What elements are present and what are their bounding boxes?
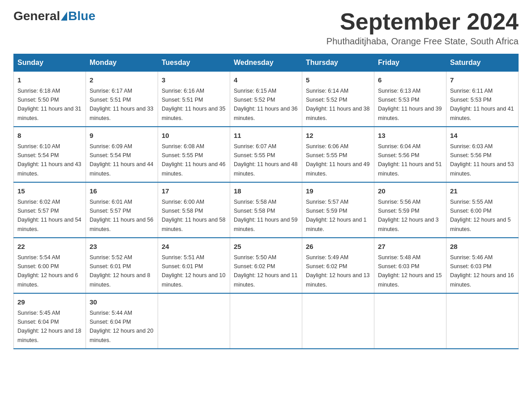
day-number: 12 [306,131,370,141]
logo-blue-text: Blue [68,9,95,23]
table-row: 14 Sunrise: 6:03 AMSunset: 5:56 PMDaylig… [446,127,519,182]
day-number: 24 [162,242,226,252]
day-number: 30 [90,297,154,308]
day-number: 9 [90,131,154,141]
day-info: Sunrise: 6:03 AMSunset: 5:56 PMDaylight:… [450,143,514,177]
day-number: 2 [90,75,154,86]
calendar-week-row: 15 Sunrise: 6:02 AMSunset: 5:57 PMDaylig… [14,182,519,238]
day-info: Sunrise: 6:08 AMSunset: 5:55 PMDaylight:… [162,143,225,177]
day-info: Sunrise: 6:09 AMSunset: 5:54 PMDaylight:… [90,143,153,177]
calendar-table: Sunday Monday Tuesday Wednesday Thursday… [13,54,519,349]
table-row: 5 Sunrise: 6:14 AMSunset: 5:52 PMDayligh… [302,72,374,127]
table-row: 3 Sunrise: 6:16 AMSunset: 5:51 PMDayligh… [158,72,230,127]
day-number: 13 [378,131,442,141]
table-row: 8 Sunrise: 6:10 AMSunset: 5:54 PMDayligh… [14,127,86,182]
header-sunday: Sunday [14,54,86,72]
day-info: Sunrise: 5:58 AMSunset: 5:58 PMDaylight:… [234,199,297,232]
table-row: 29 Sunrise: 5:45 AMSunset: 6:04 PMDaylig… [14,293,86,349]
table-row: 21 Sunrise: 5:55 AMSunset: 6:00 PMDaylig… [446,182,519,238]
day-number: 3 [162,75,226,86]
table-row: 11 Sunrise: 6:07 AMSunset: 5:55 PMDaylig… [230,127,302,182]
month-title: September 2024 [326,9,519,34]
table-row: 28 Sunrise: 5:46 AMSunset: 6:03 PMDaylig… [446,238,519,293]
day-info: Sunrise: 6:10 AMSunset: 5:54 PMDaylight:… [17,143,81,177]
day-info: Sunrise: 6:11 AMSunset: 5:53 PMDaylight:… [450,88,514,121]
day-info: Sunrise: 5:57 AMSunset: 5:59 PMDaylight:… [306,199,367,232]
calendar-header: Sunday Monday Tuesday Wednesday Thursday… [14,54,519,72]
table-row: 6 Sunrise: 6:13 AMSunset: 5:53 PMDayligh… [374,72,446,127]
header-saturday: Saturday [446,54,519,72]
logo-general-text: General [13,9,60,23]
day-info: Sunrise: 6:02 AMSunset: 5:57 PMDaylight:… [17,199,81,232]
table-row: 24 Sunrise: 5:51 AMSunset: 6:01 PMDaylig… [158,238,230,293]
day-info: Sunrise: 6:07 AMSunset: 5:55 PMDaylight:… [234,143,297,177]
header-wednesday: Wednesday [230,54,302,72]
day-info: Sunrise: 5:54 AMSunset: 6:00 PMDaylight:… [17,254,78,288]
day-number: 11 [234,131,298,141]
table-row: 30 Sunrise: 5:44 AMSunset: 6:04 PMDaylig… [86,293,158,349]
calendar-week-row: 29 Sunrise: 5:45 AMSunset: 6:04 PMDaylig… [14,293,519,349]
day-info: Sunrise: 6:18 AMSunset: 5:50 PMDaylight:… [17,88,81,121]
page-header: General Blue September 2024 Phuthaditjha… [13,9,519,47]
table-row: 26 Sunrise: 5:49 AMSunset: 6:02 PMDaylig… [302,238,374,293]
calendar-body: 1 Sunrise: 6:18 AMSunset: 5:50 PMDayligh… [14,72,519,349]
header-monday: Monday [86,54,158,72]
table-row [158,293,230,349]
table-row: 17 Sunrise: 6:00 AMSunset: 5:58 PMDaylig… [158,182,230,238]
day-number: 8 [17,131,82,141]
day-number: 23 [90,242,154,252]
header-row: Sunday Monday Tuesday Wednesday Thursday… [14,54,519,72]
day-number: 1 [17,75,82,86]
day-info: Sunrise: 6:17 AMSunset: 5:51 PMDaylight:… [90,88,153,121]
day-number: 26 [306,242,370,252]
table-row: 20 Sunrise: 5:56 AMSunset: 5:59 PMDaylig… [374,182,446,238]
calendar-week-row: 1 Sunrise: 6:18 AMSunset: 5:50 PMDayligh… [14,72,519,127]
day-number: 18 [234,186,298,197]
table-row [302,293,374,349]
day-info: Sunrise: 5:50 AMSunset: 6:02 PMDaylight:… [234,254,297,288]
calendar-week-row: 8 Sunrise: 6:10 AMSunset: 5:54 PMDayligh… [14,127,519,182]
table-row: 7 Sunrise: 6:11 AMSunset: 5:53 PMDayligh… [446,72,519,127]
day-info: Sunrise: 6:15 AMSunset: 5:52 PMDaylight:… [234,88,297,121]
day-number: 4 [234,75,298,86]
day-info: Sunrise: 6:16 AMSunset: 5:51 PMDaylight:… [162,88,225,121]
day-number: 14 [450,131,515,141]
table-row: 22 Sunrise: 5:54 AMSunset: 6:00 PMDaylig… [14,238,86,293]
table-row: 23 Sunrise: 5:52 AMSunset: 6:01 PMDaylig… [86,238,158,293]
day-number: 29 [17,297,82,308]
day-number: 6 [378,75,442,86]
day-info: Sunrise: 5:52 AMSunset: 6:01 PMDaylight:… [90,254,150,288]
location-subtitle: Phuthaditjhaba, Orange Free State, South… [326,36,519,47]
logo-triangle-icon [61,12,67,21]
table-row: 12 Sunrise: 6:06 AMSunset: 5:55 PMDaylig… [302,127,374,182]
calendar-week-row: 22 Sunrise: 5:54 AMSunset: 6:00 PMDaylig… [14,238,519,293]
logo: General Blue [13,9,95,23]
day-info: Sunrise: 5:48 AMSunset: 6:03 PMDaylight:… [378,254,442,288]
table-row: 4 Sunrise: 6:15 AMSunset: 5:52 PMDayligh… [230,72,302,127]
header-thursday: Thursday [302,54,374,72]
table-row: 25 Sunrise: 5:50 AMSunset: 6:02 PMDaylig… [230,238,302,293]
day-number: 27 [378,242,442,252]
table-row: 10 Sunrise: 6:08 AMSunset: 5:55 PMDaylig… [158,127,230,182]
day-number: 16 [90,186,154,197]
day-info: Sunrise: 6:01 AMSunset: 5:57 PMDaylight:… [90,199,153,232]
table-row [446,293,519,349]
day-number: 10 [162,131,226,141]
day-info: Sunrise: 5:49 AMSunset: 6:02 PMDaylight:… [306,254,369,288]
day-info: Sunrise: 6:06 AMSunset: 5:55 PMDaylight:… [306,143,369,177]
day-number: 19 [306,186,370,197]
table-row: 19 Sunrise: 5:57 AMSunset: 5:59 PMDaylig… [302,182,374,238]
table-row: 27 Sunrise: 5:48 AMSunset: 6:03 PMDaylig… [374,238,446,293]
day-number: 25 [234,242,298,252]
day-info: Sunrise: 6:00 AMSunset: 5:58 PMDaylight:… [162,199,225,232]
day-info: Sunrise: 6:14 AMSunset: 5:52 PMDaylight:… [306,88,369,121]
table-row: 18 Sunrise: 5:58 AMSunset: 5:58 PMDaylig… [230,182,302,238]
day-info: Sunrise: 5:55 AMSunset: 6:00 PMDaylight:… [450,199,511,232]
day-number: 22 [17,242,82,252]
table-row [374,293,446,349]
title-section: September 2024 Phuthaditjhaba, Orange Fr… [326,9,519,47]
table-row: 9 Sunrise: 6:09 AMSunset: 5:54 PMDayligh… [86,127,158,182]
table-row: 1 Sunrise: 6:18 AMSunset: 5:50 PMDayligh… [14,72,86,127]
day-info: Sunrise: 6:04 AMSunset: 5:56 PMDaylight:… [378,143,442,177]
day-info: Sunrise: 5:46 AMSunset: 6:03 PMDaylight:… [450,254,514,288]
